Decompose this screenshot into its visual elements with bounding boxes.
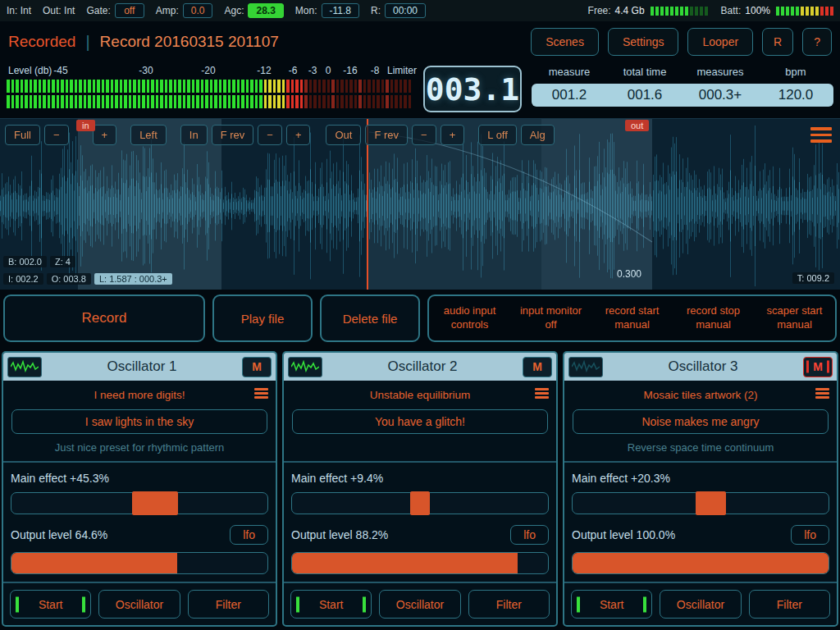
oscillator-button[interactable]: Oscillator [98,590,180,619]
start-label: Start [39,598,63,611]
out-fine-rev-button[interactable]: F rev [365,125,408,145]
out-nudge-minus-button[interactable]: − [412,125,436,145]
filter-button[interactable]: Filter [749,590,830,619]
bpm-value: 120.0 [758,87,833,103]
output-level-bar[interactable] [572,552,829,574]
record-stop-option[interactable]: record stop manual [673,304,754,332]
input-monitor-option[interactable]: input monitor off [510,304,591,332]
in-marker-tag[interactable]: in [76,120,95,131]
zoom-out-button[interactable]: − [44,125,69,145]
scenes-button[interactable]: Scenes [531,28,599,56]
preset-current-button[interactable]: You have a glitch! [292,409,548,434]
input-routing-label: In: Int [7,5,31,16]
level-meter [7,80,411,111]
start-button[interactable]: Start [10,590,91,619]
preset-menu-icon[interactable] [535,388,549,400]
scaper-start-option[interactable]: scaper start manual [754,304,835,332]
in-point-button[interactable]: In [180,125,208,145]
slider-handle[interactable] [132,491,178,515]
level-meter-section: Level (db) -45 -30 -20 -12 -6 -3 0 -16 -… [0,62,840,118]
delete-file-button[interactable]: Delete file [320,294,420,342]
oscillator-button[interactable]: Oscillator [379,590,460,619]
preset-previous[interactable]: Mosaic tiles artwork (2) [592,389,809,402]
channel-left-button[interactable]: Left [130,125,167,145]
agc-value[interactable]: 28.3 [248,3,283,18]
gate-value[interactable]: off [115,3,144,18]
start-label: Start [319,598,344,611]
record-time-control: R: 00:00 [371,3,426,18]
file-name[interactable]: Record 20160315 201107 [100,33,279,51]
total-time-readout: T: 009.2 [792,272,834,284]
db-tick: -3 [308,65,317,76]
play-file-button[interactable]: Play file [212,294,313,342]
oscillator-3-panel: Oscillator 3 M Mosaic tiles artwork (2) … [563,351,838,627]
monitor-value[interactable]: -11.8 [322,3,359,18]
preset-current-button[interactable]: I saw lights in the sky [11,409,267,434]
measure-counter[interactable]: 003.1 [423,66,522,112]
mute-label: M [252,360,262,373]
preset-previous[interactable]: I need more digits! [31,389,248,402]
waveform-icon[interactable] [568,357,603,377]
in-fine-rev-button[interactable]: F rev [212,125,254,145]
algorithm-button[interactable]: Alg [521,125,555,145]
audio-input-controls-option[interactable]: audio input controls [429,304,510,332]
preset-previous[interactable]: Unstable equilibrium [312,389,528,402]
out-marker-tag[interactable]: out [625,120,649,131]
main-effect-slider[interactable] [291,492,549,514]
preset-current-button[interactable]: Noise makes me angry [573,409,829,434]
preset-next[interactable] [290,441,550,454]
filter-button[interactable]: Filter [188,590,269,619]
record-toggle-button[interactable]: R [762,28,793,56]
agc-label: Agc: [224,5,244,16]
preset-menu-icon[interactable] [254,388,268,400]
in-nudge-plus-button[interactable]: + [286,125,311,145]
main-effect-slider[interactable] [572,492,829,514]
looper-button[interactable]: Looper [687,28,753,56]
output-level-bar[interactable] [11,552,268,574]
output-routing-label: Out: Int [43,5,75,16]
in-position-readout: I: 002.2 [3,273,43,285]
preset-menu-icon[interactable] [815,388,829,400]
slider-handle[interactable] [696,491,726,515]
measure-table-values[interactable]: 001.2 001.6 000.3+ 120.0 [532,84,833,107]
amp-value[interactable]: 0.0 [183,3,213,18]
db-tick: -30 [139,65,153,76]
db-tick: 0 [326,65,331,76]
free-space-value: 4.4 Gb [615,5,645,16]
oscillators-row: Oscillator 1 M I need more digits! I saw… [0,348,840,630]
start-button[interactable]: Start [571,590,652,619]
loop-off-button[interactable]: L off [478,125,517,145]
lfo-button[interactable]: lfo [230,525,268,545]
slider-handle[interactable] [410,491,431,515]
main-effect-slider[interactable] [11,492,268,514]
waveform-menu-icon[interactable] [810,127,832,143]
lfo-button[interactable]: lfo [510,525,549,545]
level-db-label: Level (db) [8,65,52,76]
zoom-full-button[interactable]: Full [5,125,40,145]
mute-button[interactable]: M [242,357,272,377]
out-point-button[interactable]: Out [326,125,361,145]
start-button[interactable]: Start [290,590,372,619]
record-button[interactable]: Record [3,294,205,342]
preset-next[interactable]: Just nice preset for rhythmic pattern [10,441,269,454]
out-nudge-plus-button[interactable]: + [441,125,465,145]
settings-button[interactable]: Settings [608,28,679,56]
help-button[interactable]: ? [802,28,832,56]
in-nudge-minus-button[interactable]: − [258,125,282,145]
oscillator-3-header: Oscillator 3 M [564,353,837,381]
lfo-button[interactable]: lfo [791,525,829,545]
total-time-value: 001.6 [607,87,682,103]
mute-button[interactable]: M [803,357,833,377]
filter-button[interactable]: Filter [468,590,550,619]
oscillator-button[interactable]: Oscillator [660,590,741,619]
output-level-bar[interactable] [291,552,549,574]
free-space-meter [651,7,708,16]
record-start-option[interactable]: record start manual [591,304,673,332]
library-name[interactable]: Recorded [8,33,75,51]
zoom-in-button[interactable]: + [93,125,117,145]
waveform-icon[interactable] [288,357,322,377]
waveform-section: Full − + Left In F rev − + Out F rev − +… [0,118,840,289]
waveform-icon[interactable] [7,357,42,377]
mute-button[interactable]: M [523,357,552,377]
preset-next[interactable]: Reverse space time continuum [571,441,830,454]
